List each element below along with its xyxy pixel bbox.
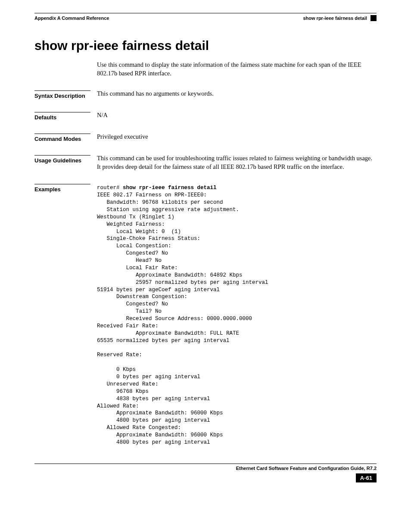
page-number-container: A-61 [34, 473, 377, 482]
section-command-modes: Command Modes Privileged executive [34, 133, 377, 142]
header-marker-icon [371, 15, 377, 21]
examples-label: Examples [34, 186, 61, 193]
router-prompt: router# [97, 185, 123, 191]
label-rule [34, 134, 90, 134]
page-header: Appendix A Command Reference show rpr-ie… [34, 15, 377, 21]
document-page: Appendix A Command Reference show rpr-ie… [0, 0, 411, 495]
example-command-line: router# show rpr-ieee fairness detail [97, 183, 377, 192]
header-rule [34, 13, 377, 13]
modes-text: Privileged executive [97, 133, 377, 141]
appendix-label: Appendix A Command Reference [34, 16, 109, 21]
modes-label: Command Modes [34, 136, 81, 142]
usage-text: This command can be used for troubleshoo… [97, 154, 377, 171]
defaults-label: Defaults [34, 114, 56, 121]
section-label: Defaults [34, 111, 97, 121]
page-footer: Ethernet Card Software Feature and Confi… [34, 464, 377, 482]
page-number: A-61 [356, 473, 377, 482]
section-examples: Examples router# show rpr-ieee fairness … [34, 183, 377, 446]
section-usage-guidelines: Usage Guidelines This command can be use… [34, 154, 377, 171]
section-label: Command Modes [34, 133, 97, 142]
syntax-label: Syntax Description [34, 93, 85, 99]
section-defaults: Defaults N/A [34, 111, 377, 121]
footer-rule [34, 464, 377, 464]
syntax-text: This command has no arguments or keyword… [97, 90, 377, 98]
label-rule [34, 155, 90, 156]
page-title: show rpr-ieee fairness detail [34, 38, 377, 53]
defaults-text: N/A [97, 111, 377, 120]
examples-body: router# show rpr-ieee fairness detail IE… [97, 183, 377, 446]
intro-paragraph: Use this command to display the state in… [97, 61, 377, 78]
guide-title: Ethernet Card Software Feature and Confi… [34, 466, 377, 471]
example-output: IEEE 802.17 Fairness on RPR-IEEE0: Bandw… [97, 192, 377, 446]
label-rule [34, 184, 90, 184]
section-label: Syntax Description [34, 90, 97, 99]
usage-label: Usage Guidelines [34, 157, 81, 164]
section-label: Usage Guidelines [34, 154, 97, 164]
footer-row: Ethernet Card Software Feature and Confi… [34, 466, 377, 471]
section-label: Examples [34, 183, 97, 193]
label-rule [34, 112, 90, 112]
example-command: show rpr-ieee fairness detail [123, 185, 217, 191]
header-topic-text: show rpr-ieee fairness detail [303, 16, 367, 21]
section-syntax: Syntax Description This command has no a… [34, 90, 377, 99]
header-topic: show rpr-ieee fairness detail [303, 15, 377, 21]
label-rule [34, 90, 90, 91]
